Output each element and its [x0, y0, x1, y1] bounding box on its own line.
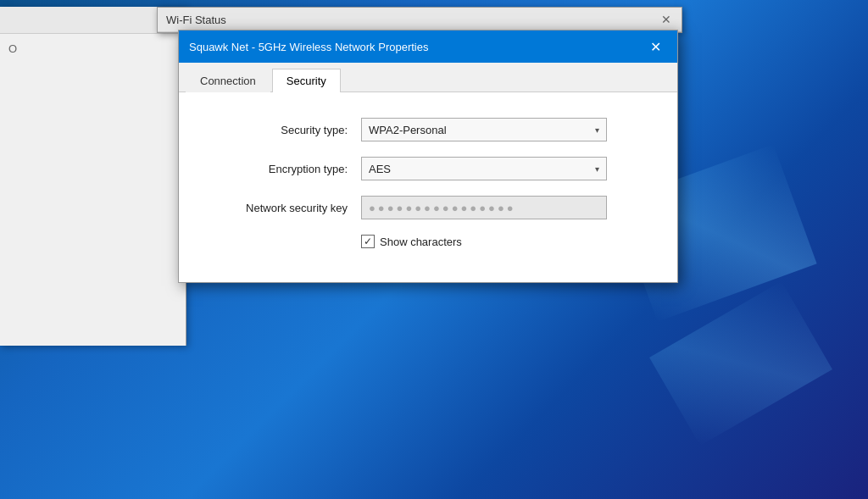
encryption-type-value: AES: [369, 163, 391, 175]
security-type-select[interactable]: WPA2-Personal ▾: [361, 118, 607, 141]
tab-connection[interactable]: Connection: [186, 69, 270, 92]
security-type-arrow-icon: ▾: [595, 125, 599, 135]
encryption-type-arrow-icon: ▾: [595, 164, 599, 174]
encryption-type-select[interactable]: AES ▾: [361, 157, 607, 180]
show-characters-row: ✓ Show characters: [361, 235, 643, 248]
dialog-content: Security type: WPA2-Personal ▾ Encryptio…: [179, 92, 677, 282]
security-type-value: WPA2-Personal: [369, 124, 447, 136]
network-key-row: Network security key: [213, 196, 643, 219]
encryption-type-control: AES ▾: [361, 157, 607, 180]
encryption-type-row: Encryption type: AES ▾: [213, 157, 643, 180]
security-type-label: Security type:: [213, 124, 361, 136]
encryption-type-label: Encryption type:: [213, 163, 361, 175]
tab-security[interactable]: Security: [272, 69, 341, 92]
network-security-key-input[interactable]: [361, 196, 607, 219]
background-window-content: O: [0, 34, 186, 64]
network-properties-dialog: Squawk Net - 5GHz Wireless Network Prope…: [178, 30, 678, 283]
show-characters-checkbox-wrapper[interactable]: ✓ Show characters: [361, 235, 462, 248]
background-window-left: O: [0, 7, 186, 346]
dialog-titlebar: Squawk Net - 5GHz Wireless Network Prope…: [179, 30, 677, 63]
show-characters-checkbox[interactable]: ✓: [361, 235, 375, 248]
network-security-key-label: Network security key: [213, 202, 361, 214]
dialog-close-button[interactable]: ✕: [643, 35, 667, 58]
wifi-status-close-icon[interactable]: ✕: [659, 13, 673, 26]
security-type-row: Security type: WPA2-Personal ▾: [213, 118, 643, 141]
wifi-status-titlebar: Wi-Fi Status ✕: [158, 8, 682, 32]
network-key-control: [361, 196, 607, 219]
tab-bar: Connection Security: [179, 63, 677, 92]
security-type-control: WPA2-Personal ▾: [361, 118, 607, 141]
show-characters-label: Show characters: [380, 236, 462, 248]
dialog-title: Squawk Net - 5GHz Wireless Network Prope…: [189, 41, 428, 53]
wifi-status-title: Wi-Fi Status: [166, 14, 226, 26]
